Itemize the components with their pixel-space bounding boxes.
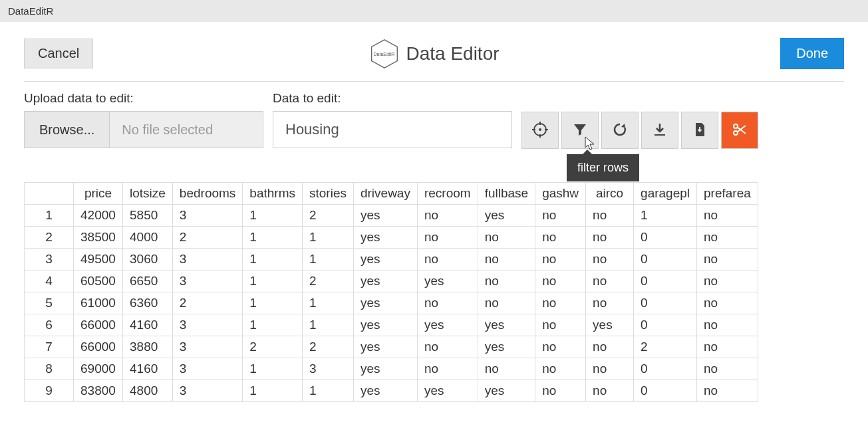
data-cell[interactable]: 3060 (123, 249, 173, 271)
data-cell[interactable]: no (535, 227, 586, 249)
data-cell[interactable]: 3 (172, 249, 243, 271)
data-cell[interactable]: yes (478, 380, 535, 402)
row-number-cell[interactable]: 7 (25, 336, 74, 358)
row-number-cell[interactable]: 1 (25, 205, 74, 227)
data-cell[interactable]: yes (353, 271, 417, 292)
data-cell[interactable]: 3 (303, 358, 354, 380)
data-cell[interactable]: 4800 (123, 380, 173, 402)
row-number-cell[interactable]: 3 (25, 249, 74, 271)
data-cell[interactable]: no (586, 336, 634, 358)
data-cell[interactable]: 1 (243, 249, 303, 271)
data-cell[interactable]: no (417, 249, 478, 271)
row-number-cell[interactable]: 2 (25, 227, 74, 249)
data-cell[interactable]: yes (586, 314, 634, 336)
data-cell[interactable]: 6650 (123, 271, 173, 292)
data-cell[interactable]: 1 (243, 380, 303, 402)
data-cell[interactable]: 1 (303, 314, 354, 336)
data-cell[interactable]: 4000 (123, 227, 173, 249)
col-header[interactable]: bathrms (243, 183, 303, 205)
col-header[interactable]: recroom (417, 183, 478, 205)
data-cell[interactable]: 1 (243, 314, 303, 336)
data-cell[interactable]: yes (478, 336, 535, 358)
data-cell[interactable]: no (697, 292, 758, 314)
data-cell[interactable]: 2 (243, 336, 303, 358)
data-cell[interactable]: no (697, 358, 758, 380)
data-cell[interactable]: 42000 (74, 205, 123, 227)
col-header[interactable]: prefarea (697, 183, 758, 205)
data-table[interactable]: price lotsize bedrooms bathrms stories d… (24, 182, 758, 402)
data-cell[interactable]: yes (478, 314, 535, 336)
data-cell[interactable]: yes (417, 380, 478, 402)
data-cell[interactable]: 0 (634, 292, 697, 314)
data-cell[interactable]: 3880 (123, 336, 173, 358)
data-cell[interactable]: yes (353, 227, 417, 249)
data-cell[interactable]: no (586, 292, 634, 314)
data-cell[interactable]: 3 (172, 205, 243, 227)
download-file-button[interactable] (681, 112, 718, 149)
data-cell[interactable]: 4160 (123, 314, 173, 336)
row-number-cell[interactable]: 9 (25, 380, 74, 402)
data-cell[interactable]: 2 (172, 227, 243, 249)
data-cell[interactable]: no (697, 205, 758, 227)
filter-rows-button[interactable] (561, 112, 599, 149)
data-cell[interactable]: no (586, 358, 634, 380)
data-cell[interactable]: 2 (303, 271, 354, 292)
data-cell[interactable]: 60500 (74, 271, 123, 292)
data-cell[interactable]: 3 (172, 271, 243, 292)
data-cell[interactable]: yes (353, 249, 417, 271)
data-cell[interactable]: 1 (243, 205, 303, 227)
data-cell[interactable]: 2 (303, 336, 354, 358)
row-number-cell[interactable]: 6 (25, 314, 74, 336)
data-cell[interactable]: 1 (303, 292, 354, 314)
data-cell[interactable]: yes (417, 314, 478, 336)
data-cell[interactable]: 6360 (123, 292, 173, 314)
done-button[interactable]: Done (780, 38, 844, 69)
data-cell[interactable]: no (535, 380, 586, 402)
data-cell[interactable]: 4160 (123, 358, 173, 380)
data-cell[interactable]: 1 (243, 292, 303, 314)
col-header[interactable]: fullbase (478, 183, 535, 205)
data-cell[interactable]: no (478, 249, 535, 271)
data-cell[interactable]: 2 (303, 205, 354, 227)
data-cell[interactable]: 83800 (74, 380, 123, 402)
data-cell[interactable]: 0 (634, 358, 697, 380)
data-cell[interactable]: yes (353, 314, 417, 336)
table-corner-cell[interactable] (25, 183, 74, 205)
data-cell[interactable]: no (697, 271, 758, 292)
data-cell[interactable]: 1 (303, 227, 354, 249)
data-cell[interactable]: no (697, 249, 758, 271)
data-cell[interactable]: 0 (634, 227, 697, 249)
data-cell[interactable]: 66000 (74, 336, 123, 358)
data-table-wrapper[interactable]: price lotsize bedrooms bathrms stories d… (24, 182, 844, 402)
data-cell[interactable]: 3 (172, 336, 243, 358)
data-cell[interactable]: 61000 (74, 292, 123, 314)
data-cell[interactable]: yes (353, 205, 417, 227)
data-cell[interactable]: no (535, 358, 586, 380)
select-columns-button[interactable] (521, 112, 559, 149)
data-cell[interactable]: yes (353, 292, 417, 314)
data-cell[interactable]: 1 (243, 227, 303, 249)
data-cell[interactable]: yes (417, 271, 478, 292)
data-cell[interactable]: no (417, 205, 478, 227)
data-cell[interactable]: no (417, 292, 478, 314)
data-cell[interactable]: 38500 (74, 227, 123, 249)
row-number-cell[interactable]: 8 (25, 358, 74, 380)
data-cell[interactable]: no (586, 380, 634, 402)
row-number-cell[interactable]: 5 (25, 292, 74, 314)
data-cell[interactable]: no (417, 358, 478, 380)
data-cell[interactable]: 1 (303, 249, 354, 271)
export-button[interactable] (641, 112, 678, 149)
col-header[interactable]: stories (303, 183, 354, 205)
data-cell[interactable]: 3 (172, 314, 243, 336)
browse-button[interactable]: Browse... (24, 111, 110, 148)
data-cell[interactable]: 3 (172, 358, 243, 380)
data-cell[interactable]: no (697, 380, 758, 402)
refresh-button[interactable] (601, 112, 639, 149)
data-cell[interactable]: 3 (172, 380, 243, 402)
data-cell[interactable]: 2 (634, 336, 697, 358)
col-header[interactable]: price (74, 183, 123, 205)
data-cell[interactable]: no (478, 271, 535, 292)
data-cell[interactable]: no (586, 227, 634, 249)
data-cell[interactable]: 1 (634, 205, 697, 227)
data-cell[interactable]: 1 (243, 271, 303, 292)
